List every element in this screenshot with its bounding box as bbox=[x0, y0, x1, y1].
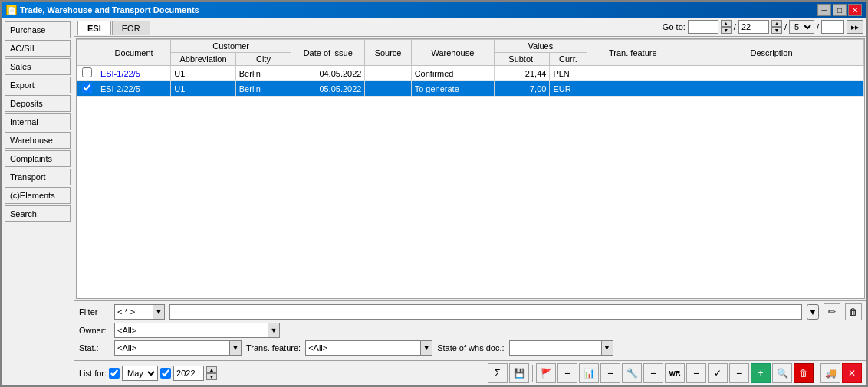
table-row[interactable]: ESI-2/22/5 U1 Berlin 05.05.2022 To gener… bbox=[77, 81, 864, 97]
sidebar-item-export[interactable]: Export bbox=[5, 77, 71, 93]
row-description bbox=[679, 66, 864, 81]
row-date: 04.05.2022 bbox=[291, 66, 365, 81]
sidebar-item-warehouse[interactable]: Warehouse bbox=[5, 132, 71, 149]
tab-eor[interactable]: EOR bbox=[112, 21, 150, 35]
list-for-year-checkbox[interactable] bbox=[160, 368, 171, 379]
row-checkbox-cell bbox=[77, 66, 97, 81]
row-checkbox[interactable] bbox=[82, 67, 92, 77]
row-source bbox=[365, 81, 411, 97]
goto-spin: ▲ ▼ bbox=[721, 20, 732, 34]
goto-page-input[interactable] bbox=[821, 20, 844, 34]
list-for-month-select[interactable]: May bbox=[122, 366, 158, 381]
state-whs-input[interactable] bbox=[509, 340, 601, 356]
goto-total-spin: ▲ ▼ bbox=[771, 20, 782, 34]
row-tran-feature bbox=[587, 66, 679, 81]
sidebar-item-deposits[interactable]: Deposits bbox=[5, 95, 71, 112]
row-description bbox=[679, 81, 864, 97]
row-curr: EUR bbox=[550, 81, 587, 97]
search-button[interactable]: 🔍 bbox=[772, 363, 792, 383]
stat-input[interactable] bbox=[114, 340, 229, 356]
sidebar-item-sales[interactable]: Sales bbox=[5, 58, 71, 75]
sidebar-item-celements[interactable]: (c)Elements bbox=[5, 187, 71, 204]
filter-operator-dropdown[interactable]: ▼ bbox=[153, 304, 165, 320]
flag-minus-button[interactable]: − bbox=[557, 363, 577, 383]
row-document: ESI-1/22/5 bbox=[97, 66, 170, 81]
sidebar-item-search[interactable]: Search bbox=[5, 205, 71, 222]
sidebar-item-acsii[interactable]: AC/SII bbox=[5, 40, 71, 57]
trans-feature-dropdown[interactable]: ▼ bbox=[420, 340, 432, 356]
col-values-header: Values bbox=[495, 40, 587, 53]
col-abbr-header: Abbreviation bbox=[171, 53, 236, 66]
stat-combo: ▼ bbox=[114, 340, 242, 356]
wr-button[interactable]: WR bbox=[665, 363, 685, 383]
goto-spin-up[interactable]: ▲ bbox=[721, 20, 732, 27]
sigma-button[interactable]: Σ bbox=[488, 363, 508, 383]
col-curr-header: Curr. bbox=[550, 53, 587, 66]
row-date: 05.05.2022 bbox=[291, 81, 365, 97]
chart-button[interactable]: 📊 bbox=[579, 363, 599, 383]
goto-slash1: / bbox=[734, 22, 736, 31]
list-for-year-input[interactable] bbox=[173, 366, 204, 381]
goto-nav-end[interactable]: ▶▶ bbox=[847, 20, 863, 34]
save-button[interactable]: 💾 bbox=[509, 363, 529, 383]
truck-button[interactable]: 🚚 bbox=[820, 363, 840, 383]
row-checkbox[interactable] bbox=[82, 83, 92, 93]
year-spin-down[interactable]: ▼ bbox=[206, 373, 217, 380]
goto-current-input[interactable] bbox=[688, 20, 718, 34]
bottom-toolbar: List for: May ▲ ▼ Σ 💾 🚩 bbox=[74, 360, 866, 385]
filter-value-input[interactable] bbox=[169, 304, 802, 320]
owner-label: Owner: bbox=[79, 326, 110, 335]
minimize-button[interactable]: ─ bbox=[817, 4, 831, 16]
owner-dropdown[interactable]: ▼ bbox=[268, 323, 280, 338]
trans-feature-input[interactable] bbox=[305, 340, 420, 356]
list-for-month-checkbox[interactable] bbox=[109, 368, 120, 379]
close-button[interactable]: ✕ bbox=[848, 4, 862, 16]
goto-slash3: / bbox=[817, 22, 819, 31]
tools-button[interactable]: 🔧 bbox=[622, 363, 642, 383]
goto-page-select[interactable]: 5 bbox=[789, 20, 814, 34]
col-date-header: Date of issue bbox=[291, 40, 365, 66]
filter-edit-button[interactable]: ✏ bbox=[824, 303, 840, 320]
goto-total-spin-down[interactable]: ▼ bbox=[771, 27, 782, 34]
sidebar: Purchase AC/SII Sales Export Deposits In… bbox=[2, 18, 74, 385]
app-icon: 📄 bbox=[6, 5, 17, 15]
separator-1 bbox=[532, 365, 533, 382]
state-whs-dropdown[interactable]: ▼ bbox=[601, 340, 613, 356]
owner-combo: ▼ bbox=[114, 323, 280, 338]
sidebar-item-internal[interactable]: Internal bbox=[5, 113, 71, 130]
tab-esi[interactable]: ESI bbox=[77, 21, 111, 35]
goto-total-spin-up[interactable]: ▲ bbox=[771, 20, 782, 27]
goto-total-input[interactable] bbox=[738, 20, 769, 34]
add-button[interactable]: + bbox=[751, 363, 771, 383]
sidebar-item-purchase[interactable]: Purchase bbox=[5, 21, 71, 38]
goto-spin-down[interactable]: ▼ bbox=[721, 27, 732, 34]
filter-clear-button[interactable]: 🗑 bbox=[845, 303, 862, 320]
col-document-header: Document bbox=[97, 40, 170, 66]
owner-input[interactable] bbox=[114, 323, 268, 338]
table-row[interactable]: ESI-1/22/5 U1 Berlin 04.05.2022 Confirme… bbox=[77, 66, 864, 81]
tools-minus-button[interactable]: − bbox=[643, 363, 663, 383]
wr-minus-button[interactable]: − bbox=[686, 363, 706, 383]
stat-dropdown[interactable]: ▼ bbox=[229, 340, 242, 356]
check-button[interactable]: ✓ bbox=[708, 363, 728, 383]
flag-button[interactable]: 🚩 bbox=[536, 363, 556, 383]
year-spin-up[interactable]: ▲ bbox=[206, 366, 217, 373]
close-red-button[interactable]: ✕ bbox=[842, 363, 862, 383]
state-whs-label: State of whs doc.: bbox=[437, 343, 504, 353]
chart-minus-button[interactable]: − bbox=[600, 363, 620, 383]
sidebar-item-complaints[interactable]: Complaints bbox=[5, 150, 71, 167]
filter-operator-input[interactable] bbox=[114, 304, 153, 320]
delete-button[interactable]: 🗑 bbox=[794, 363, 814, 383]
row-checkbox-cell bbox=[77, 81, 97, 97]
row-city: Berlin bbox=[235, 81, 291, 97]
trans-feature-combo: ▼ bbox=[305, 340, 432, 356]
row-abbreviation: U1 bbox=[171, 81, 236, 97]
window-title: Trade, Warehouse and Transport Documents bbox=[20, 5, 199, 15]
maximize-button[interactable]: □ bbox=[833, 4, 847, 16]
owner-row: Owner: ▼ bbox=[79, 323, 862, 338]
filter-value-dropdown[interactable]: ▼ bbox=[807, 304, 819, 320]
filter-label: Filter bbox=[79, 307, 110, 316]
check-minus-button[interactable]: − bbox=[729, 363, 749, 383]
sidebar-item-transport[interactable]: Transport bbox=[5, 169, 71, 185]
filter-area: Filter ▼ ▼ ✏ 🗑 Owner: ▼ bbox=[74, 300, 866, 360]
